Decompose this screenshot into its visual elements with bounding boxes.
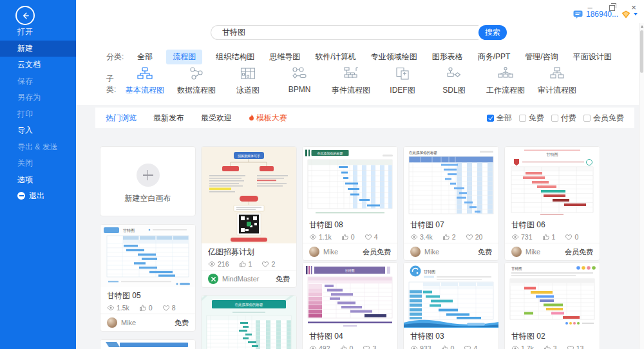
- messages-icon[interactable]: [573, 10, 583, 19]
- filter-all[interactable]: 全部: [487, 113, 512, 124]
- template-title: 亿图招募计划: [208, 247, 290, 258]
- bpmn-icon: [292, 67, 307, 80]
- likes-icon: [442, 233, 450, 241]
- sidebar: 打开 新建 云文档 保存 另存为 打印 导入 导出 & 发送 关闭 选项 退出: [0, 0, 76, 349]
- category-management[interactable]: 管理/咨询: [524, 50, 559, 64]
- template-title: 甘特图 08: [309, 220, 391, 231]
- views-icon: [410, 233, 418, 241]
- subcat-idef[interactable]: IDEF图: [379, 67, 426, 96]
- sidebar-item-save[interactable]: 保存: [0, 73, 76, 90]
- category-graphic-design[interactable]: 平面设计图: [572, 50, 613, 64]
- sdl-icon: [446, 67, 462, 80]
- exit-icon: [17, 192, 25, 200]
- template-stats: 1.7k 3 13: [511, 344, 593, 349]
- restore-button[interactable]: [605, 2, 618, 15]
- tab-newest[interactable]: 最新发布: [153, 113, 184, 124]
- subcat-basic-flowchart[interactable]: 基本流程图: [121, 67, 169, 96]
- svg-text:甘特图: 甘特图: [424, 270, 435, 274]
- subcat-sdl[interactable]: SDL图: [430, 67, 478, 96]
- template-card-gantt-08[interactable]: 在此添加你的标题 甘特图 08 1.1k 0 4: [302, 146, 398, 261]
- subcat-event-flowchart[interactable]: 事件流程图: [327, 67, 375, 96]
- category-org-chart[interactable]: 组织结构图: [214, 50, 256, 64]
- checkbox-member-free[interactable]: [583, 115, 591, 122]
- back-button[interactable]: [15, 6, 35, 25]
- template-card-gantt-05[interactable]: 甘特图 甘特图 05 1.5k 0 8: [100, 224, 196, 332]
- category-graphics-tables[interactable]: 图形表格: [431, 50, 464, 64]
- subcat-bpmn[interactable]: BPMN: [276, 67, 323, 94]
- subcat-swimlane[interactable]: 泳道图: [224, 67, 272, 96]
- template-card-gantt-07[interactable]: 在此添加你的标题 甘特图 07 3.4k 2 20: [403, 146, 499, 261]
- sidebar-item-cloud-docs[interactable]: 云文档: [0, 57, 76, 73]
- sidebar-item-open[interactable]: 打开: [0, 24, 76, 41]
- likes-icon: [542, 233, 550, 241]
- template-thumbnail: 在此添加你的标题: [404, 147, 498, 216]
- sidebar-item-exit[interactable]: 退出: [0, 188, 76, 205]
- filter-free[interactable]: 免费: [519, 113, 544, 124]
- template-title: 甘特图 04: [309, 331, 391, 342]
- checkbox-paid[interactable]: [551, 115, 558, 122]
- category-flowchart[interactable]: 流程图: [166, 50, 202, 64]
- sidebar-menu: 打开 新建 云文档 保存 另存为 打印 导入 导出 & 发送 关闭 选项 退出: [0, 24, 76, 205]
- template-card-teal[interactable]: 在此添加你的标题: [201, 295, 297, 349]
- likes-icon: [341, 233, 349, 241]
- sidebar-item-options[interactable]: 选项: [0, 172, 76, 189]
- template-card-gantt-04[interactable]: 甘特图 甘特图 04 492 0 3: [302, 262, 398, 349]
- filter-paid[interactable]: 付费: [551, 113, 576, 124]
- close-button[interactable]: ×: [627, 2, 640, 15]
- app-window: 亿图图示 – × 打开 新建 云文档 保存 另存为 打印 导入 导出 & 发送 …: [0, 0, 644, 349]
- views-icon: [309, 344, 317, 349]
- sidebar-item-close-file[interactable]: 关闭: [0, 155, 76, 172]
- new-blank-canvas-card[interactable]: 新建空白画布: [100, 146, 196, 216]
- tab-popular[interactable]: 最受欢迎: [201, 113, 232, 124]
- views-icon: [511, 233, 519, 241]
- checkbox-free[interactable]: [519, 115, 526, 122]
- template-thumbnail: 招募新媒体写手: [202, 147, 296, 243]
- template-card-partial[interactable]: [100, 339, 196, 349]
- sidebar-item-import[interactable]: 导入: [0, 122, 76, 139]
- tab-hot[interactable]: 热门浏览: [106, 113, 137, 124]
- filter-member-free[interactable]: 会员免费: [583, 113, 624, 124]
- template-card-gantt-02[interactable]: 甘特图: [504, 262, 600, 349]
- basic-flowchart-icon: [137, 67, 153, 80]
- views-icon: [309, 233, 317, 241]
- scroll-up-icon[interactable]: [641, 25, 643, 28]
- search-input[interactable]: [211, 25, 478, 40]
- sidebar-item-print[interactable]: 打印: [0, 106, 76, 123]
- category-label: 分类:: [106, 52, 124, 62]
- category-mind-map[interactable]: 思维导图: [268, 50, 301, 64]
- hearts-icon: [464, 344, 471, 349]
- template-thumbnail: 甘特图: [505, 147, 600, 216]
- category-software[interactable]: 软件/计算机: [314, 50, 357, 64]
- hearts-icon: [565, 233, 573, 241]
- template-stats: 1.5k 0 8: [107, 304, 189, 312]
- template-stats: 731 1 0: [511, 233, 593, 241]
- scrollbar-thumb[interactable]: [640, 30, 643, 73]
- template-card-promo[interactable]: 招募新媒体写手 亿图招募计划: [201, 146, 297, 288]
- idef-icon: [395, 67, 410, 80]
- vertical-scrollbar[interactable]: [639, 23, 644, 349]
- category-business-ppt[interactable]: 商务/PPT: [477, 50, 512, 64]
- tab-contest[interactable]: 模板大赛: [249, 113, 287, 124]
- subcat-data-flowchart[interactable]: 数据流程图: [173, 67, 220, 96]
- restore-icon: [609, 5, 615, 11]
- subcat-audit-flowchart[interactable]: 审计流程图: [533, 67, 581, 96]
- template-card-gantt-06[interactable]: 甘特图 甘特图 06 731 1 0: [504, 146, 600, 261]
- main-content: 186940... 搜索 分类: 全部 流程图 组织结构图 思维导图 软件/计算…: [76, 0, 644, 349]
- sidebar-item-save-as[interactable]: 另存为: [0, 90, 76, 106]
- template-thumbnail: 在此添加你的标题: [202, 296, 296, 349]
- template-card-gantt-03[interactable]: 甘特图 甘特图 03 933: [403, 262, 499, 349]
- price-label: 会员免费: [565, 247, 593, 257]
- template-thumbnail: 甘特图: [404, 263, 498, 328]
- checkbox-all[interactable]: [487, 115, 494, 122]
- likes-icon: [544, 344, 551, 349]
- template-stats: 3.4k 2 20: [410, 233, 492, 241]
- price-label: 免费: [478, 247, 492, 257]
- search-button[interactable]: 搜索: [478, 25, 507, 40]
- sidebar-item-new[interactable]: 新建: [0, 41, 76, 57]
- minimize-button[interactable]: –: [583, 2, 596, 15]
- category-all[interactable]: 全部: [136, 50, 154, 64]
- category-professional[interactable]: 专业领域绘图: [370, 50, 419, 64]
- template-title: 甘特图 06: [511, 220, 593, 231]
- sidebar-item-export-send[interactable]: 导出 & 发送: [0, 139, 76, 156]
- subcat-work-flowchart[interactable]: 工作流程图: [482, 67, 529, 96]
